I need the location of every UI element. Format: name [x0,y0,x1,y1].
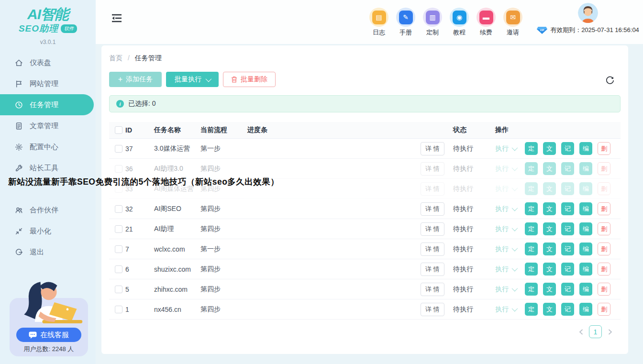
record-button[interactable]: 记 [561,202,574,215]
sidebar-item-people[interactable]: 合作伙伴 [0,199,96,221]
page-number[interactable]: 1 [589,325,602,338]
delete-button[interactable]: 删 [598,263,610,276]
article-button[interactable]: 文 [543,263,556,276]
detail-button[interactable]: 详 情 [421,222,444,236]
sidebar-item-exit[interactable]: 退出 [0,242,96,263]
schedule-button[interactable]: 定 [525,162,538,175]
select-all-checkbox[interactable] [115,126,122,134]
edit-button[interactable]: 编 [579,303,592,316]
schedule-button[interactable]: 定 [525,142,538,155]
article-button[interactable]: 文 [543,303,556,316]
quick-tutorial[interactable]: ◉教程 [446,8,473,37]
article-button[interactable]: 文 [543,142,556,155]
batch-delete-button[interactable]: 批量删除 [223,72,276,87]
detail-button[interactable]: 详 情 [421,283,444,296]
delete-button[interactable]: 删 [598,162,610,175]
batch-execute-button[interactable]: 批量执行 [166,72,219,87]
delete-button[interactable]: 删 [598,222,610,235]
execute-dropdown[interactable]: 执行 [495,285,516,294]
record-button[interactable]: 记 [561,243,574,255]
task-step: 第一步 [200,144,247,153]
edit-button[interactable]: 编 [579,202,592,215]
edit-button[interactable]: 编 [579,243,592,255]
delete-button[interactable]: 删 [598,202,610,215]
schedule-button[interactable]: 定 [525,283,538,296]
article-button[interactable]: 文 [543,283,556,296]
row-checkbox[interactable] [115,145,122,153]
refresh-icon[interactable] [605,76,615,85]
schedule-button[interactable]: 定 [525,243,538,255]
breadcrumb-home[interactable]: 首页 [109,54,122,62]
record-button[interactable]: 记 [561,162,574,175]
detail-button[interactable]: 详 情 [421,243,444,256]
execute-dropdown[interactable]: 执行 [495,144,516,153]
row-checkbox[interactable] [115,265,122,273]
execute-dropdown[interactable]: 执行 [495,265,516,274]
schedule-button[interactable]: 定 [525,222,538,235]
edit-button[interactable]: 编 [579,222,592,235]
quick-custom[interactable]: ▥定制 [419,8,446,37]
record-button[interactable]: 记 [561,263,574,276]
record-button[interactable]: 记 [561,303,574,316]
row-checkbox[interactable] [115,165,122,173]
record-button[interactable]: 记 [561,182,574,195]
sidebar-item-home[interactable]: 仪表盘 [0,52,96,73]
row-checkbox[interactable] [115,306,122,313]
record-button[interactable]: 记 [561,283,574,296]
quick-invite[interactable]: ✉邀请 [499,8,526,37]
execute-dropdown[interactable]: 执行 [495,185,516,193]
execute-dropdown[interactable]: 执行 [495,165,516,173]
execute-dropdown[interactable]: 执行 [495,245,516,254]
record-button[interactable]: 记 [561,142,574,155]
schedule-button[interactable]: 定 [525,182,538,195]
edit-button[interactable]: 编 [579,142,592,155]
execute-dropdown[interactable]: 执行 [495,225,516,233]
article-button[interactable]: 文 [543,202,556,215]
row-checkbox[interactable] [115,225,122,233]
edit-button[interactable]: 编 [579,283,592,296]
detail-button[interactable]: 详 情 [421,303,444,316]
online-support-button[interactable]: 在线客服 [16,328,81,342]
sidebar-item-gear[interactable]: 配置中心 [0,136,96,157]
avatar[interactable] [578,3,598,23]
quick-renew[interactable]: ▬续费 [473,8,499,37]
next-page-icon[interactable] [606,328,614,336]
sidebar-item-flag[interactable]: 网站管理 [0,73,96,94]
execute-dropdown[interactable]: 执行 [495,205,516,213]
schedule-button[interactable]: 定 [525,263,538,276]
record-button[interactable]: 记 [561,222,574,235]
article-button[interactable]: 文 [543,162,556,175]
execute-dropdown[interactable]: 执行 [495,305,516,314]
edit-button[interactable]: 编 [579,162,592,175]
detail-button[interactable]: 详 情 [421,263,444,276]
article-button[interactable]: 文 [543,222,556,235]
sidebar-item-doc[interactable]: 文章管理 [0,115,96,136]
delete-button[interactable]: 删 [598,243,610,255]
edit-button[interactable]: 编 [579,182,592,195]
detail-button[interactable]: 详 情 [421,182,444,196]
sidebar-item-wrench[interactable]: 站长工具 [0,157,96,178]
article-button[interactable]: 文 [543,243,556,255]
detail-button[interactable]: 详 情 [421,142,444,155]
quick-log[interactable]: ▤日志 [366,8,392,37]
row-checkbox[interactable] [115,245,122,253]
add-task-button[interactable]: + 添加任务 [109,72,162,87]
collapse-sidebar-icon[interactable] [111,13,122,23]
article-button[interactable]: 文 [543,182,556,195]
delete-button[interactable]: 删 [598,283,610,296]
delete-button[interactable]: 删 [598,182,610,195]
sidebar-item-clock[interactable]: 任务管理 [0,94,94,115]
task-id: 21 [125,225,154,233]
detail-button[interactable]: 详 情 [421,162,444,176]
delete-button[interactable]: 删 [598,303,610,316]
delete-button[interactable]: 删 [598,142,610,155]
schedule-button[interactable]: 定 [525,303,538,316]
schedule-button[interactable]: 定 [525,202,538,215]
row-checkbox[interactable] [115,205,122,213]
quick-manual[interactable]: ✎手册 [392,8,419,37]
row-checkbox[interactable] [115,286,122,293]
edit-button[interactable]: 编 [579,263,592,276]
prev-page-icon[interactable] [577,328,585,336]
detail-button[interactable]: 详 情 [421,202,444,216]
sidebar-item-minimize[interactable]: 最小化 [0,221,96,242]
